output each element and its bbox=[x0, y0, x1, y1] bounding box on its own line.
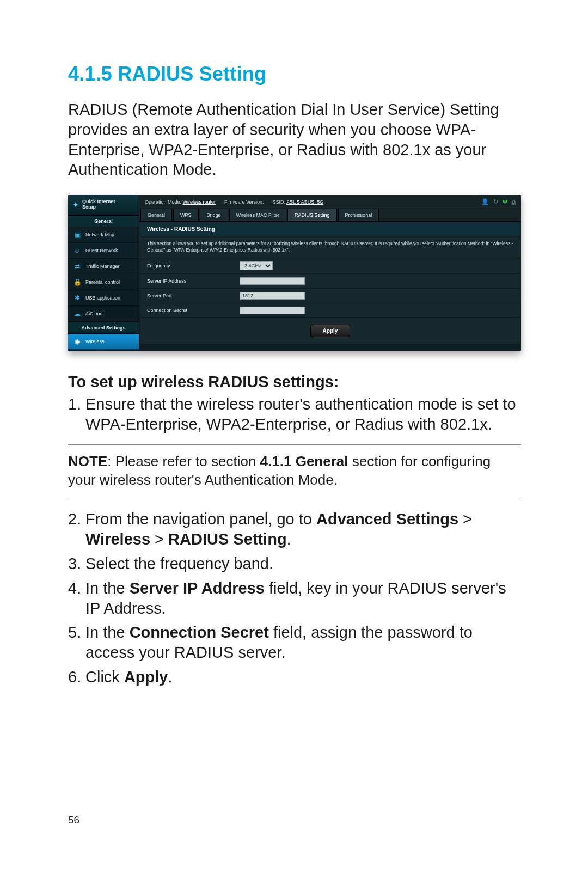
user-icon[interactable]: 👤 bbox=[481, 198, 489, 205]
step-2: 2.From the navigation panel, go to Advan… bbox=[68, 509, 521, 549]
operation-mode: Operation Mode: Wireless router bbox=[145, 199, 216, 205]
router-ui-screenshot: ✦ Quick Internet Setup General ▣Network … bbox=[68, 195, 521, 351]
server-ip-label: Server IP Address bbox=[147, 278, 240, 284]
tab-wireless-mac-filter[interactable]: Wireless MAC Filter bbox=[229, 209, 287, 221]
row-connection-secret: Connection Secret bbox=[140, 303, 520, 318]
sidebar: ✦ Quick Internet Setup General ▣Network … bbox=[68, 195, 139, 351]
frequency-label: Frequency bbox=[147, 263, 240, 268]
step-6: 6.Click Apply. bbox=[68, 667, 521, 687]
sidebar-item-aicloud[interactable]: ☁AiCloud bbox=[68, 306, 139, 322]
server-port-label: Server Port bbox=[147, 293, 240, 298]
tab-bridge[interactable]: Bridge bbox=[200, 209, 228, 221]
traffic-icon: ⇄ bbox=[74, 262, 81, 270]
intro-paragraph: RADIUS (Remote Authentication Dial In Us… bbox=[68, 100, 521, 180]
section-title: RADIUS Setting bbox=[118, 63, 266, 85]
step-3: 3.Select the frequency band. bbox=[68, 554, 521, 574]
section-heading: 4.1.5 RADIUS Setting bbox=[68, 63, 521, 85]
frequency-select[interactable]: 2.4GHz bbox=[240, 261, 273, 270]
quick-internet-setup[interactable]: ✦ Quick Internet Setup bbox=[68, 195, 139, 215]
sidebar-item-traffic-manager[interactable]: ⇄Traffic Manager bbox=[68, 259, 139, 274]
row-server-ip: Server IP Address bbox=[140, 274, 520, 289]
parental-icon: 🔒 bbox=[74, 278, 81, 286]
main-panel: Operation Mode: Wireless router Firmware… bbox=[139, 195, 521, 351]
connection-secret-input[interactable] bbox=[240, 307, 305, 314]
tab-radius-setting[interactable]: RADIUS Setting bbox=[287, 209, 337, 221]
guest-icon: ☺ bbox=[74, 247, 81, 254]
connection-secret-label: Connection Secret bbox=[147, 308, 240, 313]
wireless-icon: ◉ bbox=[74, 338, 81, 345]
step-4: 4.In the Server IP Address field, key in… bbox=[68, 578, 521, 619]
panel-title: Wireless - RADIUS Setting bbox=[140, 222, 520, 236]
sidebar-item-network-map[interactable]: ▣Network Map bbox=[68, 227, 139, 243]
step-1: 1.Ensure that the wireless router's auth… bbox=[68, 394, 521, 435]
panel-description: This section allows you to set up additi… bbox=[140, 236, 520, 258]
sidebar-section-advanced: Advanced Settings bbox=[68, 322, 139, 334]
server-port-input[interactable] bbox=[240, 292, 305, 300]
qis-label: Quick Internet Setup bbox=[82, 199, 115, 210]
usb-app-icon: ✱ bbox=[74, 294, 81, 302]
qis-icon: ✦ bbox=[72, 201, 79, 209]
sidebar-item-usb-application[interactable]: ✱USB application bbox=[68, 290, 139, 306]
usb-icon[interactable]: Ψ bbox=[503, 199, 507, 205]
tab-bar: General WPS Bridge Wireless MAC Filter R… bbox=[139, 209, 521, 222]
sidebar-item-guest-network[interactable]: ☺Guest Network bbox=[68, 243, 139, 259]
network-map-icon: ▣ bbox=[74, 231, 81, 239]
note-prefix: NOTE bbox=[68, 453, 107, 469]
steps-heading: To set up wireless RADIUS settings: bbox=[68, 372, 521, 392]
aicloud-icon: ☁ bbox=[74, 310, 81, 317]
row-server-port: Server Port bbox=[140, 289, 520, 303]
sidebar-item-wireless[interactable]: ◉Wireless bbox=[68, 334, 139, 350]
firmware-version: Firmware Version: bbox=[224, 199, 264, 205]
page-number: 56 bbox=[68, 814, 79, 826]
ssid: SSID: ASUS ASUS_5G bbox=[273, 199, 324, 205]
row-frequency: Frequency 2.4GHz bbox=[140, 258, 520, 274]
tab-general[interactable]: General bbox=[140, 209, 172, 221]
apply-button[interactable]: Apply bbox=[310, 325, 351, 337]
tab-professional[interactable]: Professional bbox=[338, 209, 379, 221]
lock-icon[interactable]: ⎙ bbox=[512, 199, 516, 205]
sidebar-section-general: General bbox=[68, 215, 139, 227]
topbar: Operation Mode: Wireless router Firmware… bbox=[139, 195, 521, 209]
refresh-icon[interactable]: ↻ bbox=[493, 198, 498, 205]
step-5: 5.In the Connection Secret field, assign… bbox=[68, 622, 521, 663]
note-box: NOTE: Please refer to section 4.1.1 Gene… bbox=[68, 444, 521, 498]
tab-wps[interactable]: WPS bbox=[173, 209, 199, 221]
section-number: 4.1.5 bbox=[68, 63, 112, 85]
sidebar-item-parental-control[interactable]: 🔒Parental control bbox=[68, 274, 139, 290]
radius-form: Frequency 2.4GHz Server IP Address Serve… bbox=[140, 258, 520, 344]
server-ip-input[interactable] bbox=[240, 277, 305, 285]
